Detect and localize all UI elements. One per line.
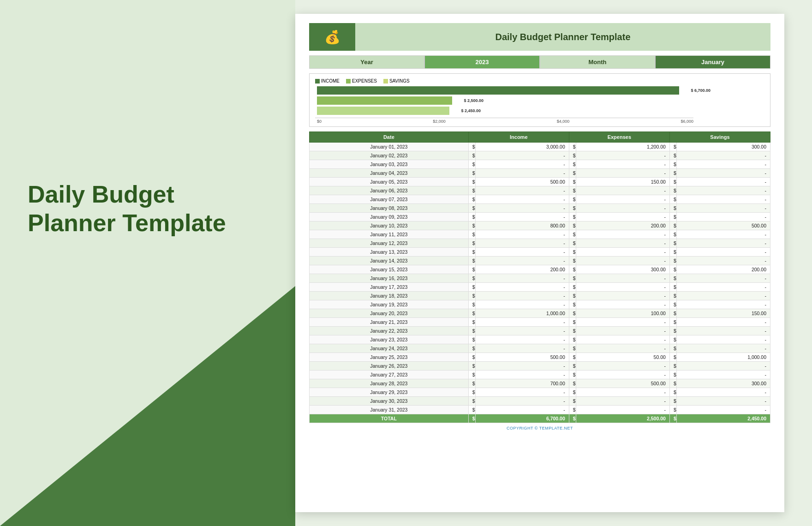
cell-savings: 300.00: [676, 379, 770, 388]
table-row: January 19, 2023$-$-$-: [310, 300, 770, 309]
axis-2000: $2,000: [433, 119, 446, 124]
table-row: January 24, 2023$-$-$-: [310, 344, 770, 353]
cell-expenses-dollar: $: [569, 221, 576, 230]
table-row: January 25, 2023$500.00$50.00$1,000.00: [310, 353, 770, 362]
cell-date: January 20, 2023: [310, 309, 469, 318]
cell-savings: -: [676, 239, 770, 248]
cell-expenses: -: [576, 186, 669, 195]
cell-expenses: -: [576, 335, 669, 344]
cell-income: -: [475, 248, 569, 257]
cell-income-dollar: $: [468, 257, 475, 265]
cell-savings-dollar: $: [669, 371, 676, 379]
total-savings: 2,450.00: [676, 414, 770, 423]
legend-savings-label: SAVINGS: [389, 78, 410, 84]
cell-savings: -: [676, 318, 770, 327]
cell-income: -: [475, 151, 569, 160]
bar-expenses: $ 2,500.00: [317, 96, 452, 105]
cell-income-dollar: $: [468, 274, 475, 283]
cell-date: January 04, 2023: [310, 169, 469, 178]
table-row: January 06, 2023$-$-$-: [310, 186, 770, 195]
cell-income: -: [475, 388, 569, 397]
bar-savings-row: $ 2,450.00: [317, 107, 764, 115]
cell-income: -: [475, 274, 569, 283]
cell-expenses-dollar: $: [569, 204, 576, 213]
doc-header-title: Daily Budget Planner Template: [355, 32, 770, 42]
cell-expenses-dollar: $: [569, 379, 576, 388]
cell-expenses-dollar: $: [569, 239, 576, 248]
cell-date: January 10, 2023: [310, 221, 469, 230]
table-row: January 12, 2023$-$-$-: [310, 239, 770, 248]
cell-savings: -: [676, 151, 770, 160]
table-row: January 22, 2023$-$-$-: [310, 327, 770, 335]
cell-income: 700.00: [475, 379, 569, 388]
cell-savings-dollar: $: [669, 300, 676, 309]
cell-income: -: [475, 213, 569, 221]
bar-expenses-label: $ 2,500.00: [464, 98, 484, 103]
cell-savings: 150.00: [676, 309, 770, 318]
cell-expenses: -: [576, 257, 669, 265]
cell-expenses-dollar: $: [569, 406, 576, 414]
cell-savings-dollar: $: [669, 397, 676, 406]
cell-savings: -: [676, 335, 770, 344]
cell-expenses-dollar: $: [569, 230, 576, 239]
cell-expenses-dollar: $: [569, 309, 576, 318]
cell-expenses: -: [576, 248, 669, 257]
cell-expenses-dollar: $: [569, 362, 576, 371]
cell-income: -: [475, 344, 569, 353]
cell-savings-dollar: $: [669, 265, 676, 274]
chart-container: INCOME EXPENSES SAVINGS $ 6,700.00: [309, 73, 770, 127]
cell-date: January 13, 2023: [310, 248, 469, 257]
cell-savings: -: [676, 169, 770, 178]
legend-expenses: EXPENSES: [346, 78, 377, 84]
cell-expenses-dollar: $: [569, 169, 576, 178]
table-row: January 11, 2023$-$-$-: [310, 230, 770, 239]
table-row: January 08, 2023$-$-$-: [310, 204, 770, 213]
cell-date: January 29, 2023: [310, 388, 469, 397]
cell-expenses: -: [576, 230, 669, 239]
money-icon: 💰: [324, 30, 340, 45]
cell-expenses: -: [576, 239, 669, 248]
cell-income-dollar: $: [468, 406, 475, 414]
cell-expenses-dollar: $: [569, 274, 576, 283]
cell-income: -: [475, 371, 569, 379]
table-row: January 28, 2023$700.00$500.00$300.00: [310, 379, 770, 388]
cell-income: -: [475, 335, 569, 344]
left-title-line1: Daily Budget: [28, 180, 268, 209]
axis-6000: $6,000: [681, 119, 693, 124]
cell-expenses: -: [576, 327, 669, 335]
cell-income: 3,000.00: [475, 143, 569, 151]
cell-date: January 03, 2023: [310, 160, 469, 169]
cell-savings: -: [676, 344, 770, 353]
cell-income: -: [475, 283, 569, 292]
cell-savings-dollar: $: [669, 151, 676, 160]
cell-savings: -: [676, 283, 770, 292]
cell-expenses: -: [576, 362, 669, 371]
th-date: Date: [310, 132, 469, 143]
cell-expenses: 1,200.00: [576, 143, 669, 151]
table-row: January 20, 2023$1,000.00$100.00$150.00: [310, 309, 770, 318]
bar-savings: $ 2,450.00: [317, 107, 449, 115]
table-row: January 01, 2023$3,000.00$1,200.00$300.0…: [310, 143, 770, 151]
cell-income-dollar: $: [468, 327, 475, 335]
cell-savings-dollar: $: [669, 160, 676, 169]
th-savings: Savings: [669, 132, 770, 143]
legend-savings-box: [383, 79, 388, 84]
data-table: Date Income Expenses Savings January 01,…: [309, 132, 770, 423]
bar-savings-label: $ 2,450.00: [461, 108, 481, 113]
cell-expenses: 500.00: [576, 379, 669, 388]
year-label: Year: [309, 55, 424, 69]
table-row: January 30, 2023$-$-$-: [310, 397, 770, 406]
cell-income-dollar: $: [468, 379, 475, 388]
chart-axis: $0 $2,000 $4,000 $6,000: [315, 118, 693, 124]
legend-income: INCOME: [315, 78, 340, 84]
cell-date: January 27, 2023: [310, 371, 469, 379]
cell-expenses-dollar: $: [569, 327, 576, 335]
cell-expenses: 150.00: [576, 178, 669, 186]
cell-savings-dollar: $: [669, 230, 676, 239]
cell-income-dollar: $: [468, 178, 475, 186]
copyright: COPYRIGHT © TEMPLATE.NET: [309, 426, 770, 430]
cell-income-dollar: $: [468, 213, 475, 221]
cell-income-dollar: $: [468, 160, 475, 169]
table-row: January 26, 2023$-$-$-: [310, 362, 770, 371]
cell-expenses-dollar: $: [569, 265, 576, 274]
